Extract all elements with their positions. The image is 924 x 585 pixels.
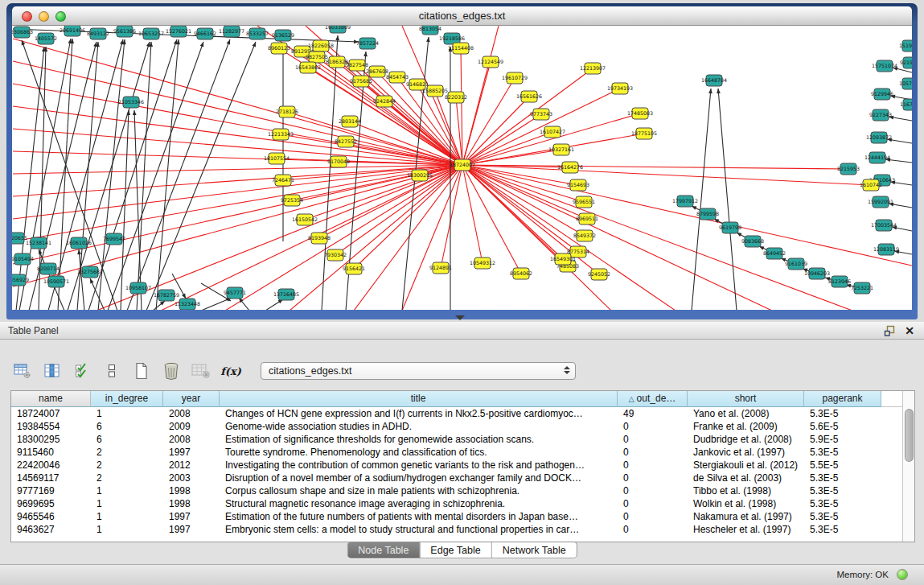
graph-node[interactable]: 9156421 (343, 263, 365, 274)
graph-node[interactable]: 8969511 (576, 213, 598, 225)
table-row[interactable]: 946362711997Embryonic stem cells: a mode… (11, 523, 902, 536)
graph-node[interactable]: 9356929 (12, 274, 29, 286)
graph-node[interactable]: 8186328 (326, 56, 348, 68)
graph-node[interactable]: 9105494 (12, 253, 34, 265)
graph-node[interactable]: 9596551 (573, 196, 595, 208)
graph-node[interactable]: 10327161 (548, 144, 574, 155)
table-row[interactable]: 946554611997Estimation of the future num… (11, 510, 902, 523)
graph-node[interactable]: 20691406 (60, 26, 85, 36)
graph-node[interactable]: 9561386 (113, 26, 136, 37)
graph-node[interactable]: 9083668 (741, 236, 764, 247)
graph-node[interactable]: 9175685 (350, 76, 372, 87)
scrollbar-thumb[interactable] (905, 409, 914, 462)
table-row[interactable]: 969969511998Structural magnetic resonanc… (11, 497, 902, 510)
column-header-pagerank[interactable]: pagerank (804, 391, 881, 407)
column-header-name[interactable]: name (11, 391, 91, 407)
graph-node[interactable]: 9245052 (588, 269, 610, 280)
graph-node[interactable]: 9227343 (869, 109, 892, 121)
graph-node[interactable]: 21053346 (118, 97, 144, 108)
graph-node[interactable]: 2718126 (276, 106, 298, 117)
graph-node[interactable]: 17003544 (871, 220, 897, 231)
graph-node[interactable]: 12083119 (873, 244, 899, 255)
graph-node[interactable]: 12093872 (866, 132, 892, 143)
tab-edge-table[interactable]: Edge Table (420, 542, 491, 558)
close-panel-button[interactable]: ✕ (905, 324, 914, 337)
table-row[interactable]: 2242004622012Investigating the contribut… (11, 459, 902, 472)
graph-node[interactable]: 17997912 (672, 196, 698, 207)
graph-node[interactable]: 9457771 (224, 287, 246, 299)
graph-node[interactable]: 12213907 (580, 63, 606, 74)
graph-node[interactable]: 9242844 (373, 96, 396, 107)
splitter-handle-icon[interactable] (455, 315, 465, 320)
column-header-year[interactable]: year (163, 391, 220, 407)
zoom-window-button[interactable] (55, 11, 66, 22)
float-panel-icon[interactable] (884, 325, 895, 336)
network-window-titlebar[interactable]: citations_edges.txt (12, 6, 912, 26)
graph-node[interactable]: 8799598 (696, 208, 719, 220)
table-row[interactable]: 1830029562008Estimation of significance … (11, 433, 902, 446)
graph-node[interactable]: 12444194 (864, 152, 890, 163)
graph-node[interactable]: 16150542 (292, 214, 318, 225)
graph-node[interactable]: 10958107 (125, 282, 151, 294)
graph-node[interactable]: 16033809 (325, 26, 351, 33)
graph-node[interactable]: 1057453 (899, 78, 912, 89)
graph-node[interactable]: 9827505 (306, 51, 328, 63)
graph-node[interactable]: 15992091 (868, 196, 893, 208)
graph-node[interactable]: 1167332 (900, 99, 912, 110)
network-canvas[interactable]: 2306863140557220691406849312295613861065… (12, 26, 912, 310)
graph-node[interactable]: 11282977 (219, 26, 244, 37)
graph-node[interactable]: 8193948 (308, 233, 331, 244)
select-rows-check-icon[interactable] (72, 361, 92, 381)
delete-column-trash-icon[interactable] (162, 361, 181, 381)
graph-node[interactable]: 7253221 (851, 282, 873, 294)
graph-node[interactable]: 12124549 (478, 56, 503, 68)
table-row[interactable]: 1456911722003Disruption of a novel membe… (11, 472, 902, 484)
graph-node[interactable]: 2803144 (339, 116, 361, 127)
graph-node[interactable]: 10590571 (43, 276, 69, 287)
graph-node[interactable]: 8220312 (445, 92, 467, 103)
column-header-title[interactable]: title (220, 391, 618, 407)
graph-node[interactable]: 8427552 (335, 136, 357, 147)
column-header-out-degree[interactable]: △out_de… (618, 391, 688, 407)
graph-node[interactable]: 1519984 (899, 40, 912, 51)
graph-node[interactable]: 8533257 (246, 28, 269, 39)
graph-node[interactable]: 8123946 (828, 276, 851, 287)
graph-node[interactable]: 13716485 (273, 289, 299, 300)
graph-node[interactable]: 16648784 (701, 75, 727, 86)
graph-node[interactable]: 16061026 (66, 237, 92, 249)
column-header-in-degree[interactable]: in_degree (91, 391, 163, 407)
graph-node[interactable]: 9129946 (871, 89, 893, 100)
graph-node[interactable]: 11323448 (175, 299, 200, 310)
graph-node[interactable]: 15751074 (872, 60, 897, 72)
graph-node[interactable]: 7857224 (356, 38, 379, 49)
graph-node[interactable]: 7930342 (324, 249, 347, 261)
graph-node[interactable]: 9619798 (719, 222, 741, 233)
graph-node[interactable]: 2306863 (12, 27, 33, 38)
graph-node[interactable]: 15238141 (26, 237, 51, 249)
graph-node[interactable]: 16543862 (295, 62, 321, 73)
table-settings-icon[interactable] (13, 361, 32, 381)
graph-node[interactable]: 1610742 (860, 179, 882, 191)
graph-node[interactable]: 17485083 (627, 108, 653, 119)
close-window-button[interactable] (22, 11, 32, 22)
table-selector-dropdown[interactable]: citations_edges.txt (261, 362, 576, 380)
table-row[interactable]: 1872400712008Changes of HCN gene express… (11, 407, 902, 420)
minimize-window-button[interactable] (39, 11, 49, 22)
graph-node[interactable]: 7246471 (272, 175, 294, 186)
select-column-icon[interactable] (43, 361, 62, 381)
graph-node[interactable]: 9161039 (785, 258, 807, 270)
graph-node[interactable]: 18107554 (264, 153, 290, 164)
function-builder-icon[interactable]: f(x) (221, 361, 240, 381)
graph-node[interactable]: 9136529 (272, 30, 294, 41)
table-row[interactable]: 911546021997Tourette syndrome. Phenomeno… (11, 446, 902, 459)
table-row[interactable]: 977716911998Corpus callosum shape and si… (11, 484, 902, 497)
graph-node[interactable]: 9773743 (530, 109, 552, 120)
graph-node[interactable]: 8549372 (573, 230, 596, 241)
table-vertical-scrollbar[interactable] (902, 391, 914, 542)
new-table-icon[interactable] (132, 361, 151, 381)
graph-node[interactable]: 7699547 (103, 233, 125, 245)
graph-node[interactable]: 9466162 (194, 28, 216, 39)
table-row[interactable]: 1938455462009Genome-wide association stu… (11, 420, 902, 433)
graph-node[interactable]: 2867608 (366, 66, 388, 77)
graph-node[interactable]: 9170049 (327, 156, 350, 167)
